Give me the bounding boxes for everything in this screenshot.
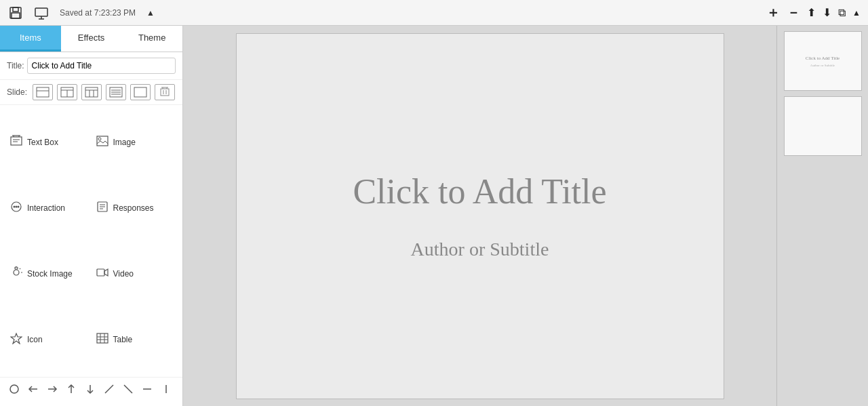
- left-panel: Items Effects Theme Title: Slide:: [0, 26, 183, 406]
- right-panel: Click to Add Title Author or Subtitle: [776, 26, 868, 406]
- remove-layer-button[interactable]: －: [785, 1, 802, 24]
- svg-rect-51: [97, 333, 108, 343]
- svg-line-62: [124, 385, 132, 393]
- saved-status: Saved at 7:23:23 PM: [60, 8, 136, 18]
- video-button[interactable]: Video: [93, 242, 176, 306]
- shape-vertical-bar-button[interactable]: [159, 382, 174, 399]
- svg-rect-20: [134, 87, 146, 97]
- interaction-label: Interaction: [27, 203, 65, 213]
- text-box-button[interactable]: Text Box: [7, 110, 90, 175]
- slide-canvas[interactable]: Click to Add Title Author or Subtitle: [236, 33, 724, 399]
- slide-canvas-subtitle[interactable]: Author or Subtitle: [411, 239, 549, 260]
- svg-point-38: [18, 206, 20, 208]
- shape-arrow-down-button[interactable]: [83, 382, 98, 399]
- slide-thumbnail-1[interactable]: Click to Add Title Author or Subtitle: [784, 31, 862, 91]
- tab-theme[interactable]: Theme: [121, 26, 182, 52]
- tab-effects[interactable]: Effects: [61, 26, 122, 52]
- layout-title-button[interactable]: [33, 84, 53, 100]
- image-button[interactable]: Image: [93, 110, 176, 175]
- add-layer-button[interactable]: ＋: [764, 1, 782, 24]
- shapes-row: [0, 377, 182, 406]
- layout-delete-button[interactable]: [155, 84, 175, 100]
- stock-image-button[interactable]: Stock Image: [7, 242, 90, 306]
- svg-rect-46: [15, 267, 18, 269]
- svg-point-43: [14, 270, 19, 275]
- slide-canvas-title[interactable]: Click to Add Title: [353, 171, 606, 211]
- svg-rect-27: [11, 137, 22, 145]
- canvas-area: Click to Add Title Author or Subtitle: [183, 26, 776, 406]
- icon-item-label: Icon: [27, 335, 43, 344]
- svg-rect-48: [97, 269, 104, 276]
- interaction-icon: [9, 201, 23, 216]
- image-icon: [96, 135, 109, 150]
- text-box-label: Text Box: [27, 138, 58, 147]
- main-layout: Items Effects Theme Title: Slide:: [0, 26, 868, 406]
- shape-diagonal-right-button[interactable]: [102, 382, 117, 399]
- video-icon: [96, 266, 109, 281]
- table-button[interactable]: Table: [93, 307, 176, 371]
- svg-rect-4: [35, 8, 47, 16]
- svg-point-34: [98, 138, 101, 140]
- video-label: Video: [113, 269, 134, 279]
- svg-rect-12: [85, 87, 98, 97]
- svg-marker-50: [11, 333, 22, 344]
- shape-arrow-up-button[interactable]: [64, 382, 79, 399]
- layout-lines-button[interactable]: [106, 84, 126, 100]
- svg-rect-7: [37, 87, 49, 97]
- table-label: Table: [113, 335, 133, 344]
- collapse-right-button[interactable]: ▲: [850, 6, 863, 20]
- tab-items[interactable]: Items: [0, 26, 61, 52]
- svg-rect-21: [161, 89, 169, 96]
- stock-image-icon: [9, 266, 23, 281]
- present-button[interactable]: [31, 3, 52, 23]
- svg-point-56: [10, 385, 18, 393]
- text-box-icon: [9, 135, 23, 150]
- shape-dash-button[interactable]: [140, 382, 155, 399]
- copy-button[interactable]: ⧉: [836, 5, 848, 21]
- save-button[interactable]: [5, 3, 26, 23]
- move-up-button[interactable]: ⬆: [805, 4, 818, 21]
- svg-rect-1: [13, 7, 18, 12]
- collapse-toolbar-button[interactable]: ▲: [144, 5, 157, 20]
- svg-rect-3: [14, 14, 18, 17]
- interaction-button[interactable]: Interaction: [7, 176, 90, 241]
- shape-arrow-left-button[interactable]: [26, 382, 41, 399]
- stock-image-label: Stock Image: [27, 269, 73, 279]
- image-label: Image: [113, 138, 136, 147]
- title-label: Title:: [7, 61, 24, 70]
- shape-arrow-right-button[interactable]: [45, 382, 60, 399]
- toolbar-right-actions: ＋ － ⬆ ⬇ ⧉ ▲: [764, 1, 863, 24]
- svg-line-45: [20, 268, 20, 269]
- svg-line-61: [105, 385, 113, 393]
- responses-button[interactable]: Responses: [93, 176, 176, 241]
- table-icon: [96, 332, 109, 347]
- layout-blank-button[interactable]: [130, 84, 151, 100]
- thumb-1-title: Click to Add Title: [806, 56, 840, 61]
- layout-blank-top-button[interactable]: [57, 84, 77, 100]
- responses-icon: [96, 201, 109, 216]
- items-grid: Text Box Image: [0, 105, 182, 377]
- slide-label: Slide:: [7, 87, 27, 97]
- slide-row: Slide:: [0, 80, 182, 105]
- svg-point-36: [14, 206, 16, 208]
- shape-diagonal-left-button[interactable]: [121, 382, 136, 399]
- layout-three-col-button[interactable]: [81, 84, 102, 100]
- thumb-1-subtitle: Author or Subtitle: [810, 64, 835, 67]
- svg-marker-49: [104, 269, 108, 276]
- svg-point-37: [16, 206, 18, 208]
- responses-label: Responses: [113, 203, 154, 213]
- shape-circle-button[interactable]: [7, 382, 22, 399]
- move-down-button[interactable]: ⬇: [821, 4, 833, 21]
- tabs: Items Effects Theme: [0, 26, 182, 52]
- title-row: Title:: [0, 52, 182, 80]
- icon-item-button[interactable]: Icon: [7, 307, 90, 371]
- title-input[interactable]: [27, 58, 176, 74]
- slide-thumbnail-2[interactable]: [784, 96, 862, 156]
- icon-item-icon: [9, 332, 23, 347]
- top-toolbar: Saved at 7:23:23 PM ▲ ＋ － ⬆ ⬇ ⧉ ▲: [0, 0, 868, 26]
